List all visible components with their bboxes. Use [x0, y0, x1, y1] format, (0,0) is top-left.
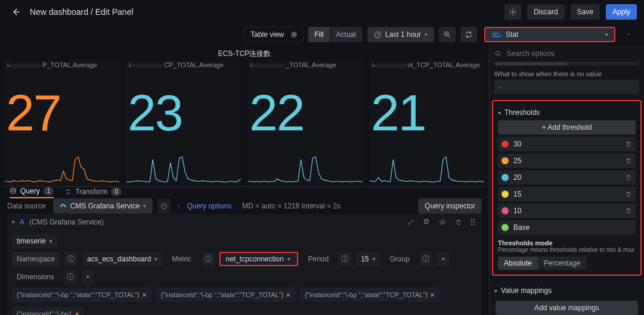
- stat-series-label: i- CP_TOTAL.Average: [126, 61, 241, 68]
- back-button[interactable]: [7, 4, 24, 20]
- delete-threshold-button[interactable]: [625, 207, 632, 214]
- datasource-picker[interactable]: CMS Grafana Service ▾: [53, 198, 153, 214]
- remove-icon[interactable]: ✕: [286, 292, 290, 298]
- mode-absolute[interactable]: Absolute: [498, 257, 538, 270]
- delete-threshold-button[interactable]: [625, 191, 632, 198]
- dimension-tag[interactable]: {"instanceId":"i-bp ","state":"TCP_TOTAL…: [12, 288, 151, 302]
- chevron-down-icon: ▾: [498, 110, 501, 116]
- discard-button[interactable]: Discard: [527, 4, 565, 20]
- zoom-out-button[interactable]: [439, 27, 456, 42]
- remove-icon[interactable]: ✕: [430, 292, 435, 298]
- breadcrumb: New dashboard / Edit Panel: [30, 7, 134, 17]
- database-icon: [10, 188, 17, 195]
- zoom-out-icon: [443, 30, 451, 39]
- dimension-tag[interactable]: {"instanceId":"i-bp ","state":"TCP_TOTAL…: [300, 288, 439, 302]
- tab-transform[interactable]: Transform 0: [64, 188, 122, 198]
- threshold-row: 15: [498, 187, 636, 201]
- tab-overrides[interactable]: Overrides: [567, 62, 640, 66]
- apply-button[interactable]: Apply: [606, 4, 637, 20]
- thresholds-header[interactable]: ▾ Thresholds: [498, 108, 636, 117]
- query-options-link[interactable]: Query options: [187, 202, 231, 210]
- svg-text:?: ?: [163, 204, 166, 208]
- value-mappings-header[interactable]: ▾ Value mappings: [494, 286, 639, 295]
- threshold-color-swatch[interactable]: [501, 207, 509, 214]
- delete-threshold-button[interactable]: [625, 157, 632, 164]
- datasource-help-button[interactable]: ?: [157, 199, 171, 213]
- threshold-value[interactable]: 30: [513, 140, 620, 148]
- delete-threshold-button[interactable]: [625, 141, 632, 148]
- visualization-picker[interactable]: 12.4 Stat ▾: [484, 27, 615, 42]
- search-input[interactable]: [506, 49, 639, 58]
- namespace-select[interactable]: acs_ecs_dashboard▾: [82, 252, 162, 266]
- delete-threshold-button[interactable]: [625, 174, 632, 181]
- delete-query-button[interactable]: [453, 219, 464, 226]
- threshold-color-swatch[interactable]: [501, 157, 509, 164]
- query-inspector-button[interactable]: Query inspector: [418, 198, 482, 214]
- metric-help[interactable]: ⓘ: [202, 252, 215, 266]
- copy-button[interactable]: [421, 219, 432, 226]
- trash-icon: [625, 191, 632, 198]
- threshold-value[interactable]: 10: [513, 207, 620, 215]
- stat-viz-icon: 12.4: [491, 31, 502, 38]
- dimension-tag[interactable]: {"instanceId":"i-bp1✕: [12, 307, 84, 315]
- threshold-color-swatch[interactable]: [501, 141, 509, 148]
- query-ds-hint: (CMS Grafana Service): [29, 218, 104, 226]
- gear-icon: [509, 8, 517, 16]
- chevron-down-icon[interactable]: ▾: [12, 219, 15, 225]
- threshold-color-swatch[interactable]: [501, 174, 509, 181]
- add-threshold-button[interactable]: + Add threshold: [498, 120, 636, 135]
- time-range-picker[interactable]: Last 1 hour ▾: [367, 27, 434, 42]
- svg-point-16: [471, 224, 472, 225]
- group-label: Group: [385, 252, 414, 266]
- threshold-value[interactable]: Base: [513, 223, 632, 232]
- dimension-tag[interactable]: {"instanceId":"i-bp ","state":"TCP_TOTAL…: [156, 288, 296, 302]
- period-help[interactable]: ⓘ: [338, 252, 351, 266]
- actual-button[interactable]: Actual: [330, 27, 363, 42]
- stat-series-label: i- P_TOTAL.Average: [5, 61, 119, 68]
- edit-button[interactable]: [405, 219, 416, 226]
- no-value-input[interactable]: -: [494, 80, 639, 94]
- group-help[interactable]: ⓘ: [419, 252, 432, 266]
- remove-icon[interactable]: ✕: [142, 292, 147, 298]
- dimensions-label: Dimensions: [12, 270, 59, 284]
- panel-toolbar: Table view Fill Actual Last 1 hour ▾ 12.…: [0, 24, 644, 45]
- no-value-label: What to show when there is no value: [494, 70, 639, 77]
- thresholds-mode-segment: Absolute Percentage: [498, 257, 586, 270]
- mode-percentage[interactable]: Percentage: [538, 257, 586, 270]
- time-range-label: Last 1 hour: [385, 30, 421, 39]
- viz-picker-next[interactable]: ›: [620, 27, 637, 42]
- query-ref-id: A: [20, 218, 24, 226]
- drag-icon: [470, 219, 475, 226]
- dimensions-select[interactable]: ▾: [82, 270, 94, 284]
- period-label: Period: [303, 252, 333, 266]
- dimensions-help[interactable]: ⓘ: [64, 270, 77, 284]
- chevron-down-icon: ▾: [287, 256, 290, 262]
- threshold-value[interactable]: 15: [513, 190, 620, 198]
- threshold-color-swatch[interactable]: [501, 191, 509, 198]
- threshold-color-swatch[interactable]: [501, 224, 509, 231]
- query-tabs: Query 1 Transform 0: [0, 186, 489, 198]
- period-select[interactable]: 15▾: [356, 252, 380, 266]
- panel-settings-button[interactable]: [504, 4, 521, 20]
- query-row-a: ▾ A (CMS Grafana Service) timeserie▾ Nam…: [7, 214, 482, 315]
- format-select[interactable]: timeserie▾: [12, 234, 57, 248]
- metric-select[interactable]: net_tcpconnection▾: [219, 252, 298, 266]
- threshold-value[interactable]: 20: [513, 173, 620, 182]
- remove-icon[interactable]: ✕: [75, 311, 79, 316]
- save-button[interactable]: Save: [571, 4, 600, 20]
- tab-all[interactable]: All: [494, 62, 567, 66]
- fit-mode-segment: Fill Actual: [308, 27, 363, 42]
- stat-value: 27: [5, 92, 119, 133]
- table-view-toggle[interactable]: Table view: [244, 27, 304, 42]
- group-select[interactable]: ▾: [437, 252, 450, 266]
- namespace-help[interactable]: ⓘ: [64, 252, 78, 266]
- fill-button[interactable]: Fill: [308, 27, 330, 42]
- top-bar: New dashboard / Edit Panel Discard Save …: [0, 0, 644, 24]
- stat-card: i- CP_TOTAL.Average23: [126, 60, 241, 186]
- add-value-mappings-button[interactable]: Add value mappings: [496, 301, 638, 315]
- toggle-visibility-button[interactable]: [436, 219, 448, 226]
- threshold-value[interactable]: 25: [513, 157, 620, 165]
- tab-query[interactable]: Query 1: [10, 187, 54, 198]
- drag-handle[interactable]: [469, 219, 477, 226]
- refresh-button[interactable]: [460, 27, 477, 42]
